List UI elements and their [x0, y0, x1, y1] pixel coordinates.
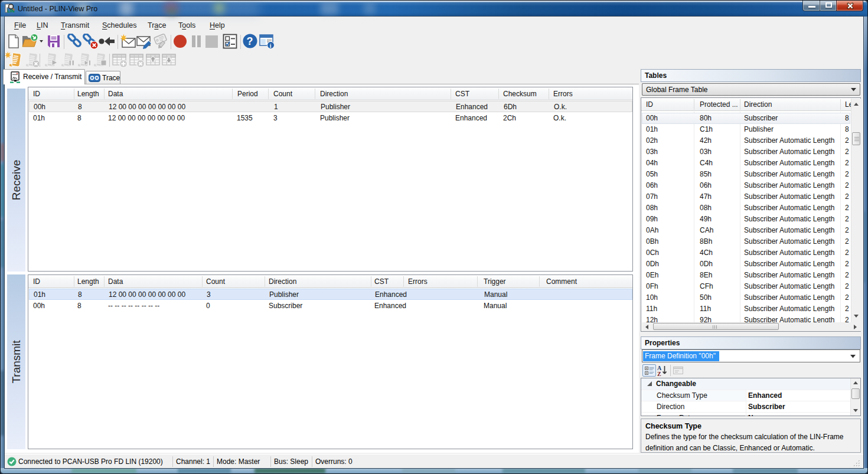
svg-text:Z: Z	[657, 371, 661, 377]
svg-text:i: i	[270, 43, 272, 49]
svg-text:?: ?	[247, 35, 253, 47]
